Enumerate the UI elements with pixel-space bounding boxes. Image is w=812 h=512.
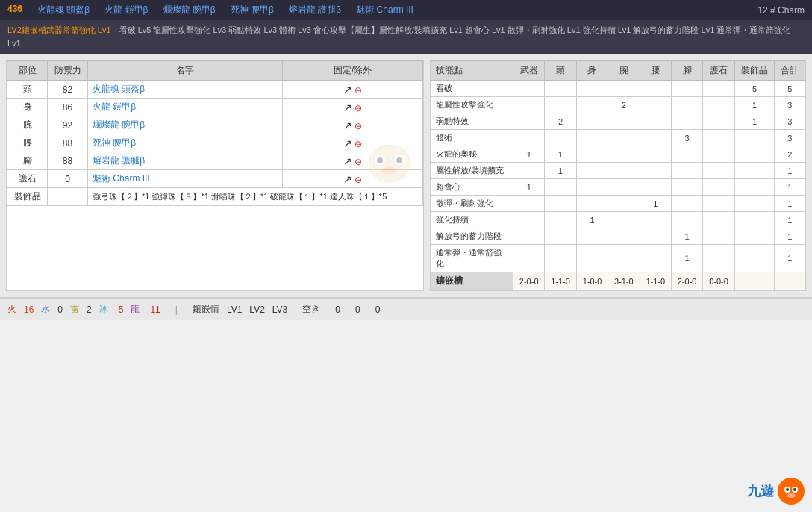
charm-count-display: 12 # Charm bbox=[758, 5, 805, 16]
total: 1 bbox=[775, 196, 805, 212]
mascot-image bbox=[363, 134, 416, 186]
val bbox=[545, 179, 576, 196]
skills-bar: LV2鑲嵌槽武器常箭強化 Lv1 看破 Lv5 龍屬性攻擊強化 Lv3 弱點特效… bbox=[0, 20, 812, 54]
defense-leg: 88 bbox=[48, 152, 88, 170]
val bbox=[608, 113, 640, 130]
val: 2 bbox=[608, 97, 640, 113]
val bbox=[576, 228, 608, 245]
label-ice: 冰 bbox=[99, 303, 108, 316]
col-gem-h: 護石 bbox=[703, 61, 734, 81]
name-deco: 強弓珠【２】*1 強彈珠【３】*1 滑瞄珠【２】*1 破龍珠【１】*1 達人珠【… bbox=[88, 188, 423, 206]
val bbox=[703, 81, 734, 97]
val bbox=[703, 130, 734, 146]
val: 1 bbox=[545, 146, 576, 163]
fixed-head[interactable]: ↗ ⊖ bbox=[283, 81, 423, 99]
val bbox=[640, 130, 671, 146]
total: 2 bbox=[775, 146, 805, 163]
val bbox=[513, 196, 545, 212]
defense-waist: 88 bbox=[48, 134, 88, 152]
val bbox=[703, 146, 734, 163]
skill-weak-pt: 弱點特效 bbox=[431, 113, 513, 130]
part-gem: 護石 bbox=[7, 170, 48, 188]
total: 1 bbox=[775, 212, 805, 228]
col-body: 身 bbox=[576, 61, 608, 81]
name-head[interactable]: 火龍魂 頭盔β bbox=[88, 81, 283, 99]
val-lv1: 0 bbox=[335, 305, 340, 315]
skill-normal-shot: 通常彈・通常箭強化 bbox=[431, 245, 513, 272]
val bbox=[608, 146, 640, 163]
logo-icon bbox=[778, 478, 805, 505]
skill-dragon-atk: 龍屬性攻擊強化 bbox=[431, 97, 513, 113]
skill-row: 看破 5 5 bbox=[431, 81, 805, 97]
name-arm[interactable]: 爛燦龍 腕甲β bbox=[88, 116, 283, 134]
table-row: 腳 88 熔岩龍 護腿β ↗ ⊖ bbox=[7, 152, 423, 170]
name-body[interactable]: 火龍 鎧甲β bbox=[88, 99, 283, 116]
top-bar-equipment: 436 火龍魂 頭盔β 火龍 鎧甲β 爛燦龍 腕甲β 死神 腰甲β 熔岩龍 護腿… bbox=[7, 4, 758, 16]
defense-deco bbox=[48, 188, 88, 206]
name-gem[interactable]: 魅術 Charm III bbox=[88, 170, 283, 188]
name-leg[interactable]: 熔岩龍 護腿β bbox=[88, 152, 283, 170]
val bbox=[513, 212, 545, 228]
fixed-arm[interactable]: ↗ ⊖ bbox=[283, 116, 423, 134]
val bbox=[545, 245, 576, 272]
fixed-body[interactable]: ↗ ⊖ bbox=[283, 99, 423, 116]
val: 5 bbox=[734, 81, 775, 97]
table-row: 護石 0 魅術 Charm III ↗ ⊖ bbox=[7, 170, 423, 188]
val: 1 bbox=[513, 179, 545, 196]
val-lv3: 0 bbox=[375, 305, 381, 315]
label-slot: 鑲嵌情 bbox=[193, 303, 219, 316]
val bbox=[734, 146, 775, 163]
table-row: 裝飾品 強弓珠【２】*1 強彈珠【３】*1 滑瞄珠【２】*1 破龍珠【１】*1 … bbox=[7, 188, 423, 206]
val-fire: 16 bbox=[24, 305, 34, 315]
skill-row: 龍屬性攻擊強化 2 1 3 bbox=[431, 97, 805, 113]
val bbox=[703, 196, 734, 212]
val: 1 bbox=[576, 212, 608, 228]
skill-super-crit: 超會心 bbox=[431, 179, 513, 196]
val bbox=[545, 81, 576, 97]
val bbox=[703, 212, 734, 228]
val bbox=[576, 163, 608, 179]
col-part: 部位 bbox=[7, 61, 48, 81]
slot-section: 鑲嵌情 LV1 LV2 LV3 bbox=[193, 303, 287, 316]
val bbox=[545, 130, 576, 146]
skill-row: 超會心 1 1 bbox=[431, 179, 805, 196]
skill-row: 散彈・刷射強化 1 1 bbox=[431, 196, 805, 212]
val bbox=[734, 196, 775, 212]
val bbox=[671, 179, 702, 196]
val bbox=[703, 228, 734, 245]
col-total: 合計 bbox=[775, 61, 805, 81]
col-leg: 腳 bbox=[671, 61, 702, 81]
val bbox=[734, 163, 775, 179]
val bbox=[703, 163, 734, 179]
embed-deco bbox=[734, 272, 775, 290]
bottom-bar: 火 16 水 0 雷 2 冰 -5 龍 -11 | 鑲嵌情 LV1 LV2 LV… bbox=[0, 297, 812, 320]
name-waist[interactable]: 死神 腰甲β bbox=[88, 134, 283, 152]
svg-point-3 bbox=[377, 157, 383, 163]
val bbox=[576, 146, 608, 163]
val bbox=[703, 97, 734, 113]
svg-point-4 bbox=[396, 157, 402, 163]
divider: | bbox=[175, 305, 178, 315]
val bbox=[576, 113, 608, 130]
val bbox=[608, 179, 640, 196]
logo-text: 九遊 bbox=[747, 482, 774, 500]
val bbox=[640, 212, 671, 228]
col-weapon: 武器 bbox=[513, 61, 545, 81]
val-dragon: -11 bbox=[147, 305, 160, 315]
val bbox=[576, 196, 608, 212]
val bbox=[703, 179, 734, 196]
skill-kanpa: 看破 bbox=[431, 81, 513, 97]
defense-body: 86 bbox=[48, 99, 88, 116]
val bbox=[608, 212, 640, 228]
val: 1 bbox=[640, 196, 671, 212]
val bbox=[640, 81, 671, 97]
skill-fire-mystery: 火龍的奧秘 bbox=[431, 146, 513, 163]
val bbox=[545, 228, 576, 245]
val bbox=[734, 212, 775, 228]
part-leg: 腳 bbox=[7, 152, 48, 170]
val bbox=[640, 113, 671, 130]
val bbox=[513, 130, 545, 146]
skill-row: 通常彈・通常箭強化 1 1 bbox=[431, 245, 805, 272]
total: 1 bbox=[775, 179, 805, 196]
val: 3 bbox=[671, 130, 702, 146]
